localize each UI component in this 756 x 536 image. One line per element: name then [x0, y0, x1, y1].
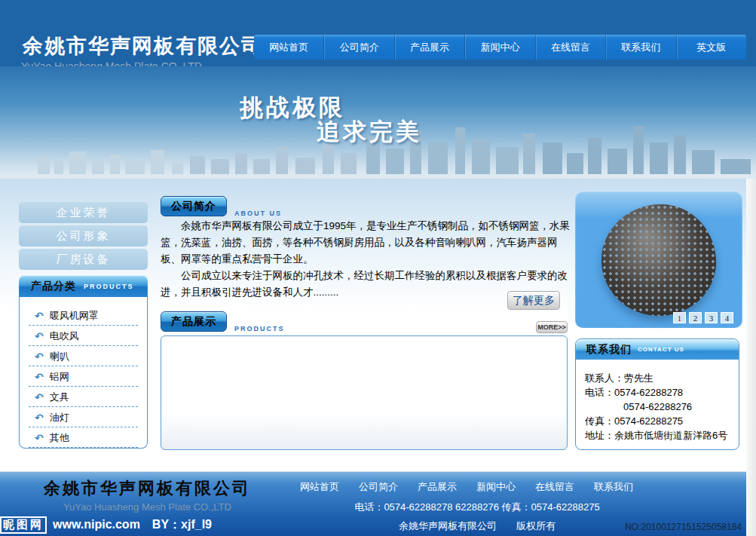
- watermark: 昵图网 www.nipic.com BY：xjf_l9: [0, 516, 271, 534]
- contact-info: 联系人：劳先生 电话：0574-62288278 0574-62288276 传…: [576, 360, 739, 443]
- footer-company-name-en: YuYao Huasheng Mesh Plate CO.,LTD: [21, 501, 274, 513]
- category-item[interactable]: ↶ 喇叭: [29, 347, 138, 366]
- category-label: 电吹风: [50, 329, 79, 343]
- footer-phone-line: 电话：0574-62288278 62288276 传真：0574-622882…: [300, 501, 654, 514]
- products-section-subtitle: PRODUCTS: [234, 325, 285, 332]
- contact-person: 联系人：劳先生: [585, 371, 739, 385]
- footer-nav-home[interactable]: 网站首页: [300, 480, 339, 494]
- category-label: 其他: [50, 431, 69, 445]
- main-content: 企业荣誉 公司形象 厂房设备 产品分类 PRODUCTS ↶ 暖风机网罩 ↶ 电…: [0, 179, 746, 471]
- contact-title-en: CONTACT US: [638, 346, 684, 353]
- category-label: 暖风机网罩: [50, 309, 99, 323]
- contact-phone-2: 0574-62288276: [585, 400, 739, 414]
- curved-arrow-icon: ↶: [35, 412, 44, 424]
- footer-serial-number: NO:20100127151525058184: [625, 522, 742, 532]
- nav-item-home[interactable]: 网站首页: [254, 35, 323, 60]
- page-right-edge: [746, 179, 756, 536]
- product-category-header: 产品分类 PRODUCTS: [19, 275, 148, 297]
- curved-arrow-icon: ↶: [35, 391, 44, 403]
- product-category-list: ↶ 暖风机网罩 ↶ 电吹风 ↶ 喇叭 ↶ 铝网 ↶ 文具 ↶ 油灯 ↶ 其他: [19, 297, 148, 449]
- footer-nav-contact[interactable]: 联系我们: [594, 480, 633, 494]
- banner: 挑战极限 追求完美: [0, 66, 756, 179]
- slider-page-2[interactable]: 2: [689, 312, 702, 323]
- sidebar-button-image[interactable]: 公司形象: [19, 225, 148, 247]
- nav-item-about[interactable]: 公司简介: [323, 35, 393, 60]
- category-label: 铝网: [50, 370, 69, 384]
- products-more-button[interactable]: MORE>>: [536, 321, 568, 333]
- contact-address: 地址：余姚市低塘街道新洋路6号: [585, 428, 739, 443]
- footer-nav-message[interactable]: 在线留言: [535, 480, 574, 494]
- curved-arrow-icon: ↶: [35, 371, 44, 383]
- products-tab-button[interactable]: 产品展示: [161, 311, 227, 332]
- nav-item-message[interactable]: 在线留言: [535, 35, 605, 60]
- slider-page-4[interactable]: 4: [721, 312, 733, 323]
- category-item[interactable]: ↶ 暖风机网罩: [29, 306, 138, 326]
- contact-phone-1: 电话：0574-62288278: [585, 385, 739, 400]
- category-item[interactable]: ↶ 铝网: [29, 367, 138, 387]
- company-intro-text: 余姚市华声网板有限公司成立于1995年，是专业生产不锈钢制品，如不锈钢网篮，水果…: [161, 218, 573, 301]
- product-image-slider: 1 2 3 4: [575, 191, 742, 328]
- footer-links-block: 网站首页 公司简介 产品展示 新闻中心 在线留言 联系我们 电话：0574-62…: [300, 480, 654, 533]
- nav-item-products[interactable]: 产品展示: [394, 35, 464, 60]
- about-section-subtitle: ABOUT US: [234, 210, 282, 217]
- footer-nav-products[interactable]: 产品展示: [418, 480, 457, 494]
- product-category-title: 产品分类: [31, 280, 76, 293]
- main-nav: 网站首页 公司简介 产品展示 新闻中心 在线留言 联系我们 英文版: [254, 35, 746, 60]
- nav-item-news[interactable]: 新闻中心: [464, 35, 534, 60]
- category-item[interactable]: ↶ 油灯: [29, 408, 138, 427]
- nipic-logo: 昵图网: [0, 516, 47, 534]
- footer-logo-block: 余姚市华声网板有限公司 YuYao Huasheng Mesh Plate CO…: [21, 477, 274, 513]
- slider-pagination: 1 2 3 4: [673, 312, 733, 323]
- header: 余姚市华声网板有限公司 YuYao Huasheng Mesh Plate CO…: [0, 0, 756, 66]
- products-display-box: [161, 335, 568, 450]
- slider-page-3[interactable]: 3: [705, 312, 718, 323]
- curved-arrow-icon: ↶: [35, 432, 44, 444]
- category-item[interactable]: ↶ 文具: [29, 387, 138, 407]
- sidebar-button-factory[interactable]: 厂房设备: [19, 249, 148, 270]
- curved-arrow-icon: ↶: [35, 351, 44, 363]
- contact-title: 联系我们: [586, 343, 632, 357]
- category-label: 文具: [50, 391, 69, 404]
- curved-arrow-icon: ↶: [35, 330, 44, 342]
- footer-nav: 网站首页 公司简介 产品展示 新闻中心 在线留言 联系我们: [300, 480, 654, 494]
- company-name: 余姚市华声网板有限公司: [23, 32, 263, 60]
- learn-more-button[interactable]: 了解更多: [507, 291, 560, 310]
- curved-arrow-icon: ↶: [35, 310, 44, 322]
- mesh-sphere-product-image: [601, 204, 716, 316]
- footer: 余姚市华声网板有限公司 YuYao Huasheng Mesh Plate CO…: [0, 471, 746, 536]
- nav-item-contact[interactable]: 联系我们: [605, 35, 675, 60]
- intro-paragraph-1: 余姚市华声网板有限公司成立于1995年，是专业生产不锈钢制品，如不锈钢网篮，水果…: [161, 218, 573, 268]
- watermark-text: www.nipic.com BY：xjf_l9: [53, 517, 212, 533]
- banner-slogan-2: 追求完美: [317, 116, 422, 148]
- footer-copyright: 余姚华声网板有限公司 版权所有: [300, 519, 654, 533]
- category-item[interactable]: ↶ 电吹风: [29, 326, 138, 346]
- contact-panel: 联系我们 CONTACT US 联系人：劳先生 电话：0574-62288278…: [575, 338, 739, 450]
- nav-item-english[interactable]: 英文版: [676, 35, 746, 60]
- category-item[interactable]: ↶ 其他: [29, 428, 138, 448]
- product-category-title-en: PRODUCTS: [84, 283, 134, 290]
- category-label: 喇叭: [50, 350, 69, 363]
- footer-company-name: 余姚市华声网板有限公司: [21, 477, 274, 500]
- slider-page-1[interactable]: 1: [673, 312, 686, 323]
- footer-nav-news[interactable]: 新闻中心: [476, 480, 516, 494]
- footer-nav-about[interactable]: 公司简介: [359, 480, 398, 494]
- contact-fax: 传真：0574-62288275: [585, 414, 739, 428]
- sidebar-button-honors[interactable]: 企业荣誉: [19, 202, 148, 223]
- about-tab-button[interactable]: 公司简介: [161, 196, 227, 216]
- contact-panel-header: 联系我们 CONTACT US: [576, 339, 739, 360]
- category-label: 油灯: [50, 411, 69, 424]
